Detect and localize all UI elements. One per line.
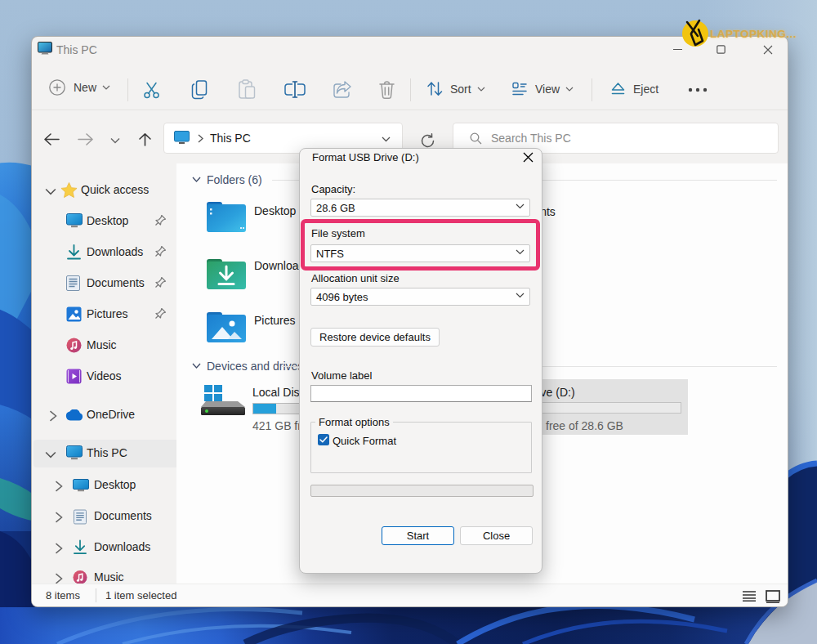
svg-text:LAPTOPKING...: LAPTOPKING...	[710, 28, 797, 40]
